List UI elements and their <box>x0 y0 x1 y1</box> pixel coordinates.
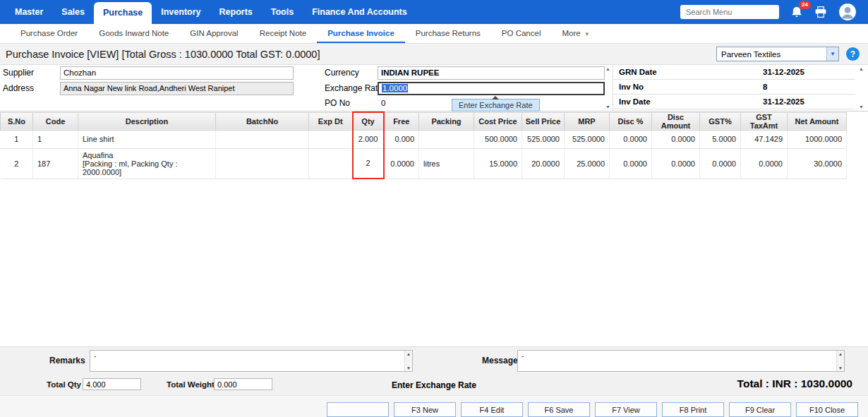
scroll-up-icon[interactable]: ▲ <box>838 351 843 356</box>
column-header-gst-taxamt[interactable]: GST TaxAmt <box>741 112 788 130</box>
supplier-label: Supplier <box>3 68 34 78</box>
top-nav-item-sales[interactable]: Sales <box>52 0 94 24</box>
inv-no-value[interactable]: 8 <box>763 80 767 95</box>
sub-nav-item-gin-approval[interactable]: GIN Approval <box>179 24 248 43</box>
company-selector[interactable]: Parveen Textiles ▼ <box>716 47 839 61</box>
cell-exp-dt <box>309 148 353 179</box>
blank-button[interactable] <box>327 402 389 417</box>
top-nav-item-master[interactable]: Master <box>6 0 52 24</box>
currency-label: Currency <box>325 68 359 78</box>
column-header-packing[interactable]: Packing <box>419 112 474 130</box>
column-header-description[interactable]: Description <box>78 112 216 130</box>
column-header-sell-price[interactable]: Sell Price <box>522 112 565 130</box>
printer-icon[interactable] <box>814 6 827 18</box>
cell-free: 0.000 <box>384 130 419 148</box>
cell-cost-price: 15.0000 <box>474 148 522 179</box>
scroll-up-icon[interactable]: ▲ <box>406 351 411 356</box>
f7-view-button[interactable]: F7 View <box>595 402 657 417</box>
currency-field[interactable]: INDIAN RUPEE <box>378 66 605 80</box>
f8-print-button[interactable]: F8 Print <box>662 402 724 417</box>
cell-description: Aquafina [Packing : ml, Packing Qty : 20… <box>78 148 216 179</box>
scroll-down-icon[interactable]: ▼ <box>859 104 864 109</box>
remarks-scrollbar[interactable]: ▲ ▼ <box>404 351 412 371</box>
scroll-up-icon[interactable]: ▲ <box>859 66 864 71</box>
column-header-disc[interactable]: Disc % <box>610 112 652 130</box>
top-nav-item-tools[interactable]: Tools <box>262 0 303 24</box>
cell-s-no: 2 <box>1 148 33 179</box>
sub-nav-item-po-cancel[interactable]: PO Cancel <box>491 24 552 43</box>
company-selector-value: Parveen Textiles <box>717 50 826 59</box>
inv-date-row: Inv Date 31-12-2025 <box>613 95 855 109</box>
column-header-exp-dt[interactable]: Exp Dt <box>309 112 353 130</box>
grn-date-label: GRN Date <box>619 65 657 80</box>
title-bar-right: Parveen Textiles ▼ ? <box>716 47 862 61</box>
help-icon[interactable]: ? <box>846 47 860 61</box>
top-nav-item-purchase[interactable]: Purchase <box>94 2 152 24</box>
inv-date-value[interactable]: 31-12-2025 <box>763 95 804 109</box>
top-nav-item-inventory[interactable]: Inventory <box>152 0 210 24</box>
supplier-field[interactable]: Chozhan <box>60 66 294 80</box>
address-label: Address <box>3 83 34 93</box>
user-avatar-icon[interactable] <box>838 3 857 21</box>
column-header-cost-price[interactable]: Cost Price <box>474 112 522 130</box>
bottom-panel: Remarks - ▲ ▼ Message - ▲ ▼ Total Qty To… <box>0 346 868 417</box>
f10-close-button[interactable]: F10 Close <box>796 402 858 417</box>
top-nav-right: 24 <box>680 0 868 24</box>
top-nav-item-finance-and-accounts[interactable]: Finance And Accounts <box>303 0 416 24</box>
cell-packing <box>419 130 474 148</box>
sub-nav-item-purchase-order[interactable]: Purchase Order <box>10 24 88 43</box>
sub-nav-item-purchase-returns[interactable]: Purchase Returns <box>405 24 491 43</box>
scroll-down-icon[interactable]: ▼ <box>838 365 843 370</box>
table-row[interactable]: 11Line shirt2.0000.000500.0000525.000052… <box>1 130 847 148</box>
scroll-down-icon[interactable]: ▼ <box>605 104 610 109</box>
column-header-s-no[interactable]: S.No <box>1 112 33 130</box>
scroll-down-icon[interactable]: ▼ <box>406 365 411 370</box>
column-header-code[interactable]: Code <box>33 112 78 130</box>
exchange-rate-selected-text: 1.0000 <box>382 84 408 92</box>
remarks-message-row: Remarks - ▲ ▼ Message - ▲ ▼ <box>0 346 868 375</box>
inv-no-row: Inv No 8 <box>613 80 855 95</box>
po-no-label: PO No <box>325 98 350 108</box>
message-scrollbar[interactable]: ▲ ▼ <box>836 351 844 371</box>
column-header-net-amount[interactable]: Net Amount <box>788 112 847 130</box>
cell-gst-taxamt: 0.0000 <box>741 148 788 179</box>
chevron-down-icon: ▼ <box>584 31 590 37</box>
cell-disc: 0.0000 <box>610 148 652 179</box>
invoice-items-table: S.NoCodeDescriptionBatchNoExp DtQtyFreeP… <box>0 111 847 179</box>
column-header-mrp[interactable]: MRP <box>565 112 610 130</box>
form-scrollbar-right[interactable]: ▲ ▼ <box>857 66 865 109</box>
message-textarea[interactable]: - ▲ ▼ <box>517 350 845 372</box>
sub-nav-item-more[interactable]: More▼ <box>551 24 600 43</box>
table-row[interactable]: 2187Aquafina [Packing : ml, Packing Qty … <box>1 148 847 179</box>
sub-nav-item-purchase-invoice[interactable]: Purchase Invoice <box>317 24 405 43</box>
f9-clear-button[interactable]: F9 Clear <box>729 402 791 417</box>
cell-net-amount: 30.0000 <box>788 148 847 179</box>
column-header-gst[interactable]: GST% <box>700 112 741 130</box>
sub-nav-item-goods-inward-note[interactable]: Goods Inward Note <box>88 24 179 43</box>
notification-bell-icon[interactable]: 24 <box>790 6 803 18</box>
column-header-qty[interactable]: Qty <box>353 112 384 130</box>
column-header-free[interactable]: Free <box>384 112 419 130</box>
scroll-up-icon[interactable]: ▲ <box>605 66 610 71</box>
top-nav: MasterSalesPurchaseInventoryReportsTools… <box>0 0 868 24</box>
f4-edit-button[interactable]: F4 Edit <box>461 402 523 417</box>
inv-date-label: Inv Date <box>619 95 651 109</box>
f6-save-button[interactable]: F6 Save <box>528 402 590 417</box>
column-header-disc-amount[interactable]: Disc Amount <box>652 112 700 130</box>
grn-date-value[interactable]: 31-12-2025 <box>763 65 804 80</box>
cell-batchno <box>216 130 309 148</box>
top-nav-item-reports[interactable]: Reports <box>210 0 262 24</box>
search-input[interactable] <box>680 5 779 19</box>
column-header-batchno[interactable]: BatchNo <box>216 112 309 130</box>
exchange-rate-input[interactable]: 1.0000 <box>378 82 605 95</box>
cell-mrp: 25.0000 <box>565 148 610 179</box>
address-field[interactable]: Anna Nagar New link Road,Andheri West Ra… <box>60 82 294 95</box>
page-title: Purchase Invoice [VIEW] [Total Gross : 1… <box>6 49 320 60</box>
cell-cost-price: 500.0000 <box>474 130 522 148</box>
cell-free: 0.0000 <box>384 148 419 179</box>
sub-nav-items: Purchase OrderGoods Inward NoteGIN Appro… <box>10 24 601 43</box>
sub-nav-item-receipt-note[interactable]: Receipt Note <box>249 24 317 43</box>
f3-new-button[interactable]: F3 New <box>394 402 456 417</box>
remarks-textarea[interactable]: - ▲ ▼ <box>90 350 413 372</box>
form-scrollbar-left[interactable]: ▲ ▼ <box>604 66 612 109</box>
